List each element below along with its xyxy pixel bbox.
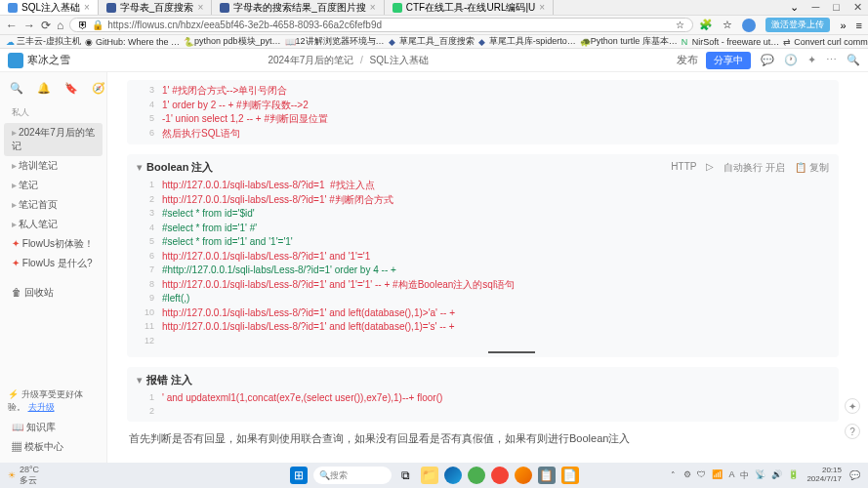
sidebar-item[interactable]: ▸笔记首页 — [4, 195, 103, 215]
code-line[interactable]: 6然后执行SQL语句 — [137, 127, 829, 142]
browser-tab-2[interactable]: 字母表的搜索结果_百度图片搜 × — [212, 0, 384, 15]
weather-widget[interactable]: ☀ 28°C 多云 — [8, 465, 39, 487]
back-icon[interactable]: ← — [6, 19, 18, 32]
bell-icon[interactable]: 🔔 — [37, 82, 51, 95]
code-line[interactable]: 11http://127.0.0.1/sqli-labs/Less-8/?id=… — [137, 320, 829, 335]
minimize-button[interactable]: ─ — [812, 1, 820, 14]
menu-icon[interactable]: ≡ — [856, 20, 862, 31]
copy-button[interactable]: 📋 复制 — [795, 161, 829, 175]
sidebar-templates[interactable]: ▦ 模板中心 — [4, 437, 103, 457]
star-icon[interactable]: ☆ — [676, 20, 684, 30]
edge-icon[interactable] — [444, 467, 462, 484]
close-icon[interactable]: × — [197, 2, 203, 13]
shield-icon[interactable]: ⛨ — [78, 20, 88, 30]
code-line[interactable]: 4#select * from id='1' #' — [137, 222, 829, 236]
toggle-icon[interactable]: ▾ — [137, 161, 143, 174]
fab-sparkle[interactable]: ✦ — [845, 398, 860, 414]
publish-button[interactable]: 发布 — [677, 53, 698, 67]
bookmark-item[interactable]: 🐍python pdb模块_pyt… — [184, 35, 281, 48]
bookmark-item[interactable]: NNirSoft - freeware ut… — [682, 37, 780, 47]
tray-icon[interactable]: 📶 — [712, 469, 723, 482]
browser-tab-0[interactable]: SQL注入基础 × — [0, 0, 99, 15]
app-icon[interactable] — [491, 467, 509, 484]
close-icon[interactable]: × — [539, 2, 545, 13]
code-block-intro[interactable]: 31' #找闭合方式-->单引号闭合41' order by 2 -- + #判… — [127, 80, 839, 144]
maximize-button[interactable]: □ — [833, 1, 840, 14]
home-icon[interactable]: ⌂ — [57, 19, 63, 32]
code-line[interactable]: 31' #找闭合方式-->单引号闭合 — [137, 84, 829, 99]
sidebar-recycle[interactable]: 🗑 回收站 — [4, 283, 103, 303]
activate-button[interactable]: 激活登录上传 — [765, 18, 830, 32]
start-button[interactable]: ⊞ — [290, 467, 308, 484]
search-icon[interactable]: 🔍 — [10, 82, 23, 95]
search-icon[interactable]: 🔍 — [847, 54, 860, 66]
code-line[interactable]: 9#left(,) — [137, 292, 829, 306]
account-icon[interactable] — [742, 19, 756, 32]
app-icon[interactable]: 📋 — [538, 467, 556, 484]
app-icon[interactable]: 📄 — [561, 467, 579, 484]
ime-icon[interactable]: 中 — [740, 469, 749, 482]
sidebar-item[interactable]: ▸2024年7月后的笔记 — [4, 123, 103, 156]
toggle-icon[interactable]: ▾ — [137, 374, 143, 386]
chevron-up-icon[interactable]: ˄ — [671, 470, 676, 480]
breadcrumb-item[interactable]: 2024年7月后的笔记 — [268, 55, 353, 65]
expand-icon[interactable]: ▸ — [12, 219, 17, 229]
compass-icon[interactable]: 🧭 — [92, 82, 105, 95]
breadcrumb-item[interactable]: SQL注入基础 — [370, 55, 429, 65]
browser-tab-3[interactable]: CTF在线工具-在线URL编码|U × — [385, 0, 554, 15]
reload-icon[interactable]: ⟳ — [41, 19, 51, 32]
code-line[interactable]: 8http://127.0.0.1/sqli-labs/Less-8/?id=1… — [137, 278, 829, 293]
sidebar-item-flowus-what[interactable]: ✦ FlowUs 是什么? — [4, 254, 103, 273]
run-icon[interactable]: ▷ — [706, 161, 714, 175]
bookmark-icon[interactable]: 🔖 — [64, 82, 78, 95]
code-line[interactable]: 2 — [137, 405, 829, 418]
bookmark-item[interactable]: 🐢Python turtle 库基本… — [580, 35, 678, 48]
browser-tab-1[interactable]: 字母表_百度搜索 × — [99, 0, 212, 15]
close-icon[interactable]: × — [84, 2, 90, 13]
sidebar-item[interactable]: ▸培训笔记 — [4, 156, 103, 176]
code-line[interactable]: 1http://127.0.0.1/sqli-labs/Less-8/?id=1… — [137, 179, 829, 193]
bookmark-item[interactable]: ☁三丰云-虚拟主机 — [6, 35, 81, 48]
code-line[interactable]: 12 — [137, 335, 829, 347]
code-line[interactable]: 1' and updatexml1(1,concat(ex7e,(select … — [137, 391, 829, 406]
clock-icon[interactable]: 🕐 — [784, 54, 798, 66]
code-line[interactable]: 2http://127.0.0.1/sqli-labs/Less-8/?id=1… — [137, 193, 829, 208]
sidebar-item[interactable]: ▸笔记 — [4, 176, 103, 195]
bookmark-icon[interactable]: ☆ — [723, 19, 732, 31]
extensions-icon[interactable]: 🧩 — [699, 19, 713, 31]
sparkle-icon[interactable]: ✦ — [807, 54, 816, 66]
comment-icon[interactable]: 💬 — [761, 54, 774, 66]
bookmark-item[interactable]: ◆草尾工具库-spiderto… — [478, 35, 576, 48]
firefox-icon[interactable] — [515, 467, 532, 484]
code-line[interactable]: 41' order by 2 -- + #判断字段数-->2 — [137, 99, 829, 113]
code-block-error[interactable]: ▾ 报错 注入 1' and updatexml1(1,concat(ex7e,… — [127, 367, 839, 423]
user-name[interactable]: 寒冰之雪 — [27, 53, 268, 67]
chevron-down-icon[interactable]: ⌄ — [790, 1, 799, 14]
upgrade-link[interactable]: 去升级 — [28, 402, 55, 412]
tray-icon[interactable]: ⚙ — [683, 469, 691, 482]
bookmark-item[interactable]: ⇄Convert curl comma… — [783, 37, 868, 47]
app-icon[interactable] — [468, 467, 485, 484]
tray-icon[interactable]: 🛡 — [697, 469, 706, 482]
bookmark-item[interactable]: ◆草尾工具_百度搜索 — [389, 35, 475, 48]
explorer-icon[interactable]: 📁 — [421, 467, 438, 484]
share-button[interactable]: 分享中 — [706, 52, 751, 69]
code-line[interactable]: 5-1' union select 1,2 -- + #判断回显位置 — [137, 112, 829, 127]
expand-icon[interactable]: ▸ — [12, 199, 17, 210]
more-icon[interactable]: ⋯ — [826, 54, 837, 66]
close-icon[interactable]: × — [370, 2, 376, 13]
sidebar-knowledge[interactable]: 📖 知识库 — [4, 418, 103, 437]
expand-icon[interactable]: ▸ — [12, 160, 17, 171]
url-field[interactable]: ⛨ 🔒 https://flowus.cn/hbzx/eea5bf46-3e2b… — [69, 18, 693, 32]
lang-label[interactable]: HTTP — [671, 161, 696, 175]
wrap-toggle[interactable]: 自动换行 开启 — [723, 161, 785, 175]
search-box[interactable]: 🔍 搜索 — [313, 467, 392, 484]
code-line[interactable]: 7#http://127.0.0.1/sqli-labs/Less-8/?id=… — [137, 264, 829, 278]
close-button[interactable]: ✕ — [853, 1, 862, 14]
bookmark-item[interactable]: ◉GitHub: Where the … — [85, 37, 180, 47]
forward-icon[interactable]: → — [23, 19, 35, 32]
fab-help[interactable]: ? — [845, 424, 860, 439]
code-line[interactable]: 10http://127.0.0.1/sqli-labs/Less-8/?id=… — [137, 306, 829, 321]
task-view-icon[interactable]: ⧉ — [397, 467, 415, 484]
ime-icon[interactable]: A — [728, 469, 734, 482]
